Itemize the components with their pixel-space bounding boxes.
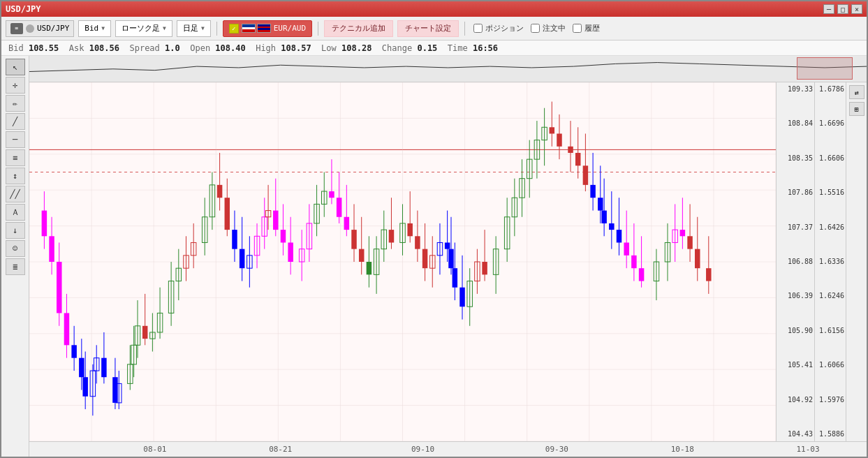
chart-settings-button[interactable]: チャート設定	[397, 20, 459, 37]
channel-tool[interactable]: ≡	[6, 149, 25, 166]
dropdown-arrow2: ▼	[163, 25, 166, 31]
chart-canvas	[29, 82, 776, 441]
x-axis-label: 10-18	[671, 445, 694, 454]
symbol-button[interactable]: ≡ USD/JPY	[6, 20, 74, 37]
symbol-indicator	[26, 24, 34, 33]
separator3	[464, 22, 465, 36]
hline-tool[interactable]: ─	[6, 131, 25, 148]
line-tool[interactable]: ╱	[6, 113, 25, 130]
price-label: 106.88	[778, 258, 813, 266]
price-label: 109.33	[778, 85, 813, 94]
position-label: ポジション	[485, 23, 524, 34]
symbol-label: USD/JPY	[37, 24, 69, 33]
window-controls: ─ □ ×	[823, 4, 862, 14]
checkmark-icon: ✓	[229, 24, 239, 34]
eur-aud-button[interactable]: ✓ EUR/AUD	[223, 20, 312, 37]
overview-selector[interactable]	[797, 57, 853, 80]
x-axis: 08-0108-2109-1009-3010-1811-03	[29, 441, 867, 457]
menu-icon: ≡	[10, 23, 23, 34]
overview-canvas	[29, 56, 867, 82]
secondary-price-label: 1.5976	[816, 396, 844, 404]
open-label: Open	[190, 43, 210, 53]
position-checkbox-group: ポジション	[473, 23, 524, 34]
order-checkbox[interactable]	[531, 24, 540, 33]
x-axis-label: 09-30	[545, 445, 568, 454]
secondary-price-label: 1.6426	[816, 223, 844, 232]
price-label: 104.43	[778, 430, 813, 438]
main-window: USD/JPY ─ □ × ≡ USD/JPY Bid ▼ ローソク足 ▼ 日足…	[0, 0, 868, 458]
chart-area[interactable]	[29, 82, 776, 441]
secondary-price-label: 1.6606	[816, 154, 844, 163]
dropdown-arrow3: ▼	[201, 25, 205, 31]
chart-area-row: 109.33108.84108.35107.86107.37106.88106.…	[29, 82, 867, 441]
toolbar: ≡ USD/JPY Bid ▼ ローソク足 ▼ 日足 ▼ ✓ EUR/AUD テ…	[1, 17, 867, 40]
price-label: 107.86	[778, 189, 813, 197]
price-type-dropdown[interactable]: Bid ▼	[78, 20, 111, 37]
chart-container: ↖ ✛ ✏ ╱ ─ ≡ ↕ ╱╱ Ａ ↓ ☺ ≣	[1, 56, 867, 457]
x-axis-label: 11-03	[797, 445, 820, 454]
scale-fit-button[interactable]: ⇄	[849, 85, 865, 99]
pen-tool[interactable]: ✏	[6, 95, 25, 112]
fib-tool[interactable]: ╱╱	[6, 186, 25, 202]
history-checkbox[interactable]	[573, 24, 582, 33]
secondary-price-label: 1.6336	[816, 258, 844, 266]
x-axis-label: 08-21	[269, 445, 292, 454]
change-value: 0.15	[417, 43, 437, 53]
price-label: 105.41	[778, 361, 813, 369]
chart-type-dropdown[interactable]: ローソク足 ▼	[115, 20, 172, 37]
position-checkbox[interactable]	[473, 24, 483, 33]
auto-scale-button[interactable]: ⊞	[849, 102, 865, 116]
secondary-price-label: 1.6066	[816, 361, 844, 369]
crosshair-tool[interactable]: ✛	[6, 77, 25, 94]
time-label: Time	[448, 43, 468, 53]
close-button[interactable]: ×	[851, 4, 862, 14]
title-bar: USD/JPY ─ □ ×	[1, 1, 867, 17]
x-axis-label: 09-10	[411, 445, 434, 454]
secondary-price-label: 1.6156	[816, 327, 844, 335]
maximize-button[interactable]: □	[837, 4, 848, 14]
secondary-price-label: 1.5886	[816, 430, 844, 438]
avatar-tool[interactable]: ☺	[6, 240, 25, 257]
cursor-tool[interactable]: ↖	[6, 59, 25, 75]
price-label: 108.35	[778, 154, 813, 163]
open-value: 108.40	[215, 43, 245, 53]
dropdown-arrow: ▼	[101, 25, 105, 31]
ask-value: 108.56	[89, 43, 119, 53]
secondary-price-label: 1.6696	[816, 119, 844, 128]
tech-add-button[interactable]: テクニカル追加	[324, 20, 393, 37]
price-label: 107.37	[778, 223, 813, 232]
spread-value: 1.0	[165, 43, 180, 53]
bid-label: Bid	[8, 43, 24, 53]
info-bar: Bid 108.55 Ask 108.56 Spread 1.0 Open 10…	[1, 40, 867, 56]
ask-label: Ask	[69, 43, 84, 53]
right-scale-primary: 109.33108.84108.35107.86107.37106.88106.…	[776, 82, 814, 441]
right-scale-secondary: 1.67861.66961.66061.55161.64261.63361.62…	[814, 82, 846, 441]
price-label: 104.92	[778, 396, 813, 404]
minimize-button[interactable]: ─	[823, 4, 834, 14]
order-label: 注文中	[543, 23, 566, 34]
secondary-price-label: 1.6246	[816, 292, 844, 300]
separator2	[318, 22, 318, 36]
measure-tool[interactable]: ↕	[6, 168, 25, 184]
price-label: 108.84	[778, 119, 813, 128]
aud-flag	[257, 24, 271, 33]
list-tool[interactable]: ≣	[6, 258, 25, 275]
flags-container	[242, 24, 271, 33]
spread-label: Spread	[129, 43, 159, 53]
time-value: 16:56	[473, 43, 498, 53]
secondary-price-label: 1.6786	[816, 85, 844, 94]
overview-bar[interactable]	[29, 56, 867, 82]
price-label: 106.39	[778, 292, 813, 300]
low-value: 108.28	[341, 43, 372, 53]
text-tool[interactable]: Ａ	[6, 204, 25, 221]
shape-tool[interactable]: ↓	[6, 222, 25, 239]
timeframe-dropdown[interactable]: 日足 ▼	[177, 20, 211, 37]
bid-value: 108.55	[29, 43, 59, 53]
high-value: 108.57	[281, 43, 311, 53]
change-label: Change	[382, 43, 412, 53]
history-checkbox-group: 履歴	[573, 23, 600, 34]
low-label: Low	[321, 43, 337, 53]
window-title: USD/JPY	[6, 4, 41, 14]
price-label: 105.90	[778, 327, 813, 335]
order-checkbox-group: 注文中	[531, 23, 566, 34]
